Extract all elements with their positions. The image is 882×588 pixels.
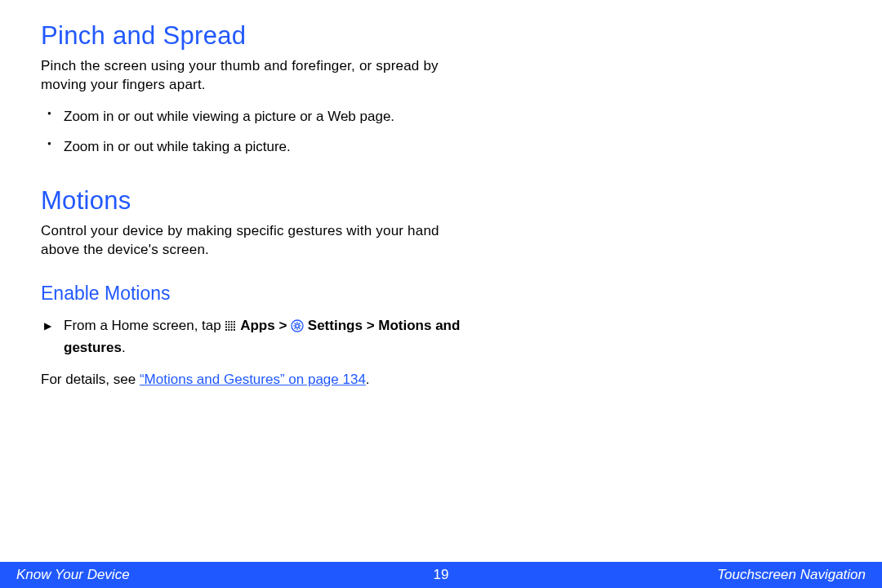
instruction-step: ▶ From a Home screen, tap Apps > Setting…: [41, 316, 466, 359]
svg-point-5: [229, 323, 230, 325]
ref-post: .: [366, 372, 370, 387]
pinch-bullet-list: Zoom in or out while viewing a picture o…: [41, 108, 466, 157]
heading-pinch-and-spread: Pinch and Spread: [41, 21, 466, 51]
page-content: Pinch and Spread Pinch the screen using …: [0, 0, 506, 388]
svg-point-10: [231, 326, 233, 327]
page-footer: Know Your Device 19 Touchscreen Navigati…: [0, 562, 882, 588]
cross-reference-link[interactable]: “Motions and Gestures” on page 134: [140, 372, 366, 387]
settings-gear-icon: [291, 318, 304, 339]
svg-point-9: [229, 326, 230, 327]
paragraph-pinch-desc: Pinch the screen using your thumb and fo…: [41, 57, 466, 95]
bullet-item: Zoom in or out while taking a picture.: [41, 138, 425, 157]
instr-sep1: >: [278, 318, 291, 333]
subheading-enable-motions: Enable Motions: [41, 283, 466, 305]
svg-point-4: [225, 323, 227, 325]
svg-point-7: [234, 323, 235, 325]
instr-sep2: >: [367, 318, 379, 333]
instr-period: .: [122, 340, 126, 355]
instr-settings-label: Settings: [308, 318, 363, 333]
svg-point-15: [234, 328, 235, 330]
footer-chapter-title: Know Your Device: [16, 567, 130, 583]
svg-point-14: [231, 328, 233, 330]
bullet-item: Zoom in or out while viewing a picture o…: [41, 108, 425, 127]
triangle-bullet-icon: ▶: [44, 319, 51, 333]
svg-point-6: [231, 323, 233, 325]
ref-pre: For details, see: [41, 372, 140, 387]
svg-point-2: [231, 321, 233, 323]
svg-point-13: [229, 328, 230, 330]
paragraph-motions-desc: Control your device by making specific g…: [41, 222, 466, 260]
apps-grid-icon: [225, 318, 236, 338]
heading-motions: Motions: [41, 186, 466, 216]
instr-text-pre: From a Home screen, tap: [64, 318, 225, 333]
footer-section-title: Touchscreen Navigation: [717, 567, 866, 583]
svg-point-0: [225, 321, 227, 323]
svg-point-1: [229, 321, 230, 323]
svg-point-3: [234, 321, 235, 323]
instr-apps-label: Apps: [240, 318, 275, 333]
svg-point-8: [225, 326, 227, 327]
svg-point-12: [225, 328, 227, 330]
cross-reference-line: For details, see “Motions and Gestures” …: [41, 372, 466, 388]
footer-page-number: 19: [434, 567, 449, 583]
svg-point-11: [234, 326, 235, 327]
svg-point-17: [296, 323, 299, 327]
manual-page: Pinch and Spread Pinch the screen using …: [0, 0, 882, 588]
